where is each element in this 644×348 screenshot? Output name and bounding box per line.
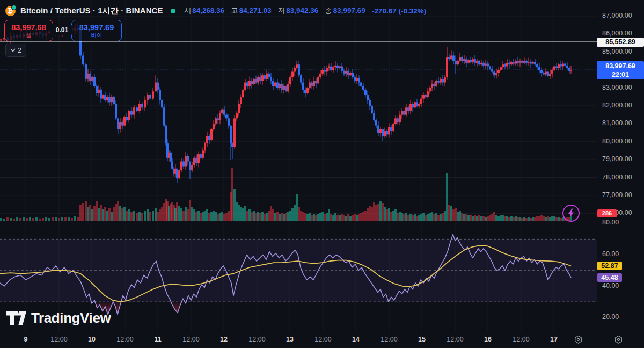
time-axis[interactable]: 912:001012:001112:001212:001312:001412:0… bbox=[0, 332, 644, 348]
market-open-dot-icon bbox=[171, 9, 175, 13]
exchange-status-mini-dot bbox=[11, 5, 17, 10]
rsi-tick-label: 60.00 bbox=[602, 250, 619, 258]
symbol-legend[interactable]: ₿ Bitcoin / TetherUS · 1시간 · BINANCE 시84… bbox=[5, 5, 426, 17]
time-tick-label: 17 bbox=[550, 336, 558, 343]
ohlc-values: 시84,268.36 고84,271.03 저83,942.36 종83,997… bbox=[184, 6, 427, 16]
time-tick-label: 12:00 bbox=[116, 336, 133, 343]
chart-canvas[interactable] bbox=[0, 0, 597, 332]
time-tick-label: 12:00 bbox=[513, 336, 529, 343]
change-value: -270.67 (-0.32%) bbox=[372, 7, 426, 15]
price-tick-label: 80,000.00 bbox=[602, 137, 632, 145]
time-tick-label: 12:00 bbox=[380, 336, 397, 343]
time-tick-label: 12:00 bbox=[248, 336, 265, 343]
bar-countdown: 22:01 bbox=[597, 70, 644, 79]
price-tick-label: 85,000.00 bbox=[602, 48, 632, 55]
price-axis[interactable]: 87,000.0086,000.0085,000.0084,000.0083,0… bbox=[597, 0, 644, 332]
close-label: 종 bbox=[325, 6, 332, 15]
time-tick-label: 12:00 bbox=[314, 336, 331, 343]
price-tick-label: 86,000.00 bbox=[602, 30, 632, 37]
time-tick-label: 9 bbox=[24, 336, 28, 343]
volume-value-label: 286 bbox=[597, 209, 617, 218]
low-value: 83,942.36 bbox=[286, 6, 318, 15]
last-price-value: 83,997.69 bbox=[597, 62, 644, 70]
low-label: 저 bbox=[278, 6, 286, 15]
rsi-value-label: 45.48 bbox=[597, 273, 622, 282]
time-tick-label: 11 bbox=[154, 336, 161, 343]
tradingview-logo-icon bbox=[6, 311, 27, 326]
sell-label: 셀 bbox=[26, 32, 32, 39]
close-value: 83,997.69 bbox=[333, 6, 365, 15]
sell-button[interactable]: 83,997.68 셀 bbox=[4, 20, 53, 41]
price-tick-label: 82,000.00 bbox=[602, 102, 632, 109]
time-tick-label: 12 bbox=[220, 336, 228, 343]
time-tick-label: 12:00 bbox=[182, 336, 199, 343]
chevron-down-icon bbox=[10, 48, 16, 52]
tradingview-chart-window: 87,000.0086,000.0085,000.0084,000.0083,0… bbox=[0, 0, 644, 348]
lightning-bolt-icon bbox=[567, 208, 575, 218]
collapse-count: 2 bbox=[18, 47, 21, 54]
rsi-ma-value-label: 52.87 bbox=[597, 262, 622, 270]
settings-gear-icon[interactable] bbox=[614, 335, 623, 344]
sell-price: 83,997.68 bbox=[11, 23, 46, 32]
price-tick-label: 83,000.00 bbox=[602, 84, 632, 91]
buy-label: 바이 bbox=[91, 32, 103, 39]
buy-price: 83,997.69 bbox=[79, 23, 114, 32]
rsi-tick-label: 40.00 bbox=[602, 282, 619, 289]
price-tick-label: 79,000.00 bbox=[602, 155, 632, 163]
pane-separator[interactable] bbox=[0, 226, 597, 226]
tradingview-watermark[interactable]: TradingView bbox=[6, 310, 111, 327]
timezone-gear-icon[interactable] bbox=[574, 335, 583, 344]
time-tick-label: 15 bbox=[418, 336, 426, 343]
open-label: 시 bbox=[184, 6, 192, 15]
high-value: 84,271.03 bbox=[239, 6, 272, 15]
buy-button[interactable]: 83,997.69 바이 bbox=[71, 20, 122, 41]
price-tick-label: 87,000.00 bbox=[602, 12, 632, 19]
symbol-title[interactable]: Bitcoin / TetherUS · 1시간 · BINANCE bbox=[20, 6, 163, 16]
lightning-quick-trade-icon[interactable] bbox=[562, 205, 580, 222]
rsi-tick-label: 20.00 bbox=[602, 313, 619, 321]
last-price-label: 83,997.69 22:01 bbox=[597, 61, 644, 79]
object-tree-collapse-button[interactable]: 2 bbox=[5, 44, 26, 57]
time-tick-label: 10 bbox=[88, 336, 96, 343]
tradingview-logo-text: TradingView bbox=[31, 310, 111, 327]
bitcoin-icon: ₿ bbox=[5, 6, 16, 16]
price-tick-label: 81,000.00 bbox=[602, 119, 632, 127]
price-tick-label: 78,000.00 bbox=[602, 173, 632, 181]
time-tick-label: 14 bbox=[352, 336, 360, 343]
trade-panel: 83,997.68 셀 0.01 83,997.69 바이 bbox=[4, 20, 122, 41]
spread-value: 0.01 bbox=[52, 25, 72, 35]
price-line-label: 85,552.89 bbox=[597, 38, 644, 47]
high-label: 고 bbox=[231, 6, 238, 15]
price-tick-label: 77,000.00 bbox=[602, 191, 632, 199]
open-value: 84,268.36 bbox=[192, 6, 224, 15]
time-tick-label: 12:00 bbox=[447, 336, 463, 343]
time-tick-label: 12:00 bbox=[50, 336, 67, 343]
rsi-scale-top-label: 80.00 bbox=[602, 219, 619, 226]
time-tick-label: 13 bbox=[286, 336, 294, 343]
time-tick-label: 16 bbox=[484, 336, 492, 343]
